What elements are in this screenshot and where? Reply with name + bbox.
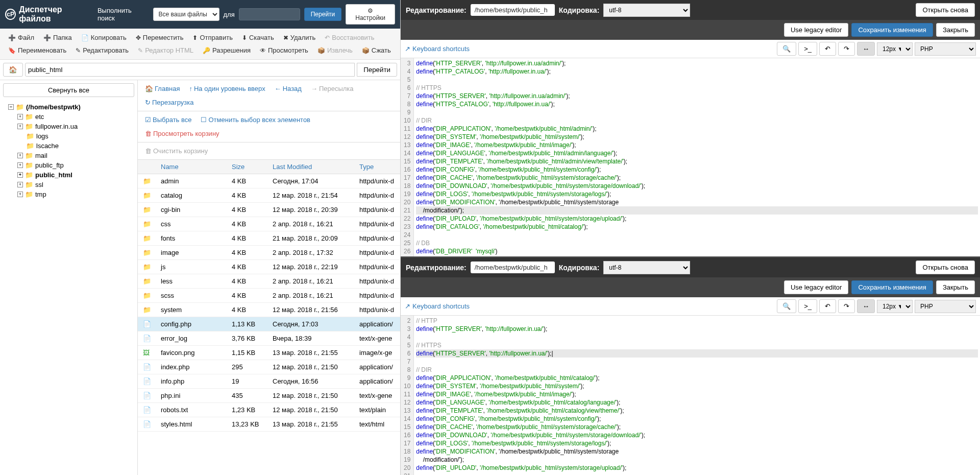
table-row[interactable]: 📄php.ini43512 мар. 2018 г., 21:50text/x-… <box>138 389 400 403</box>
search-button[interactable]: 🔍 <box>777 299 796 313</box>
search-button[interactable]: 🔍 <box>777 42 796 56</box>
deselect-all-button[interactable]: ☐Отменить выбор всех элементов <box>198 114 313 125</box>
expand-icon[interactable]: + <box>17 153 23 158</box>
table-row[interactable]: 📁js4 KB12 мар. 2018 г., 22:19httpd/unix-… <box>138 260 400 274</box>
undo-button[interactable]: ↶ <box>819 299 836 313</box>
rename-button[interactable]: 🔖Переименовать <box>4 44 70 56</box>
fontsize-select[interactable]: 12px ▼ <box>877 42 913 56</box>
language-select[interactable]: PHP <box>915 300 976 313</box>
path-home-button[interactable]: 🏠 <box>3 63 23 77</box>
terminal-button[interactable]: >_ <box>798 42 817 56</box>
table-row[interactable]: 📁system4 KB12 мар. 2018 г., 21:56httpd/u… <box>138 303 400 317</box>
save-button[interactable]: Сохранить изменения <box>851 280 933 294</box>
col-size[interactable]: Size <box>227 160 267 174</box>
search-scope-select[interactable]: Все ваши файлы <box>153 8 219 21</box>
table-row[interactable]: 📄error_log3,76 KBВчера, 18:39text/x-gene <box>138 331 400 346</box>
keyboard-shortcuts-link[interactable]: ↗Keyboard shortcuts <box>405 45 470 53</box>
path-input[interactable] <box>25 63 355 77</box>
language-select[interactable]: PHP <box>915 42 976 56</box>
tree-item-public_html[interactable]: +📁public_html <box>14 170 137 180</box>
tree-item-ssl[interactable]: +📁ssl <box>14 180 137 189</box>
table-row[interactable]: 📄info.php19Сегодня, 16:56application/ <box>138 374 400 389</box>
restore-button[interactable]: ↶Восстановить <box>321 32 378 43</box>
empty-trash-button[interactable]: 🗑Очистить корзину <box>142 146 211 156</box>
table-row[interactable]: 📁cgi-bin4 KB12 мар. 2018 г., 20:39httpd/… <box>138 203 400 217</box>
expand-icon[interactable]: + <box>17 114 23 120</box>
table-row[interactable]: 📁admin4 KBСегодня, 17:04httpd/unix-d <box>138 174 400 188</box>
search-input[interactable] <box>239 8 300 20</box>
expand-icon[interactable]: + <box>17 124 23 129</box>
table-row[interactable]: 📄config.php1,13 KBСегодня, 17:03applicat… <box>138 317 400 331</box>
encoding-select[interactable]: utf-8 <box>603 4 690 17</box>
nav-home-button[interactable]: 🏠Главная <box>142 83 183 94</box>
table-row[interactable]: 📁fonts4 KB21 мар. 2018 г., 20:09httpd/un… <box>138 231 400 246</box>
move-button[interactable]: ✥Переместить <box>132 32 188 43</box>
delete-button[interactable]: ✖Удалить <box>279 32 320 43</box>
settings-button[interactable]: Настройки <box>346 4 395 25</box>
edit-button[interactable]: ✎Редактировать <box>71 44 133 56</box>
tree-item-mail[interactable]: +📁mail <box>14 151 137 160</box>
legacy-editor-button[interactable]: Use legacy editor <box>784 23 848 37</box>
redo-button[interactable]: ↷ <box>838 42 855 56</box>
tree-item-fullpower.in.ua[interactable]: +📁fullpower.in.ua <box>14 122 137 131</box>
expand-icon[interactable]: + <box>17 192 23 197</box>
tree-item-etc[interactable]: +📁etc <box>14 112 137 122</box>
reopen-button[interactable]: Открыть снова <box>916 3 975 17</box>
expand-icon[interactable]: + <box>17 172 23 178</box>
compress-button[interactable]: 📦Сжать <box>358 44 395 56</box>
code-content[interactable]: define('HTTP_SERVER', 'http://fullpower.… <box>414 58 980 256</box>
view-button[interactable]: 👁Просмотреть <box>256 44 312 56</box>
wrap-button[interactable]: ↔ <box>857 299 875 313</box>
redo-button[interactable]: ↷ <box>838 299 855 313</box>
upload-button[interactable]: ⬆Отправить <box>188 32 236 43</box>
table-row[interactable]: 📄robots.txt1,23 KB12 мар. 2018 г., 21:50… <box>138 403 400 417</box>
legacy-editor-button[interactable]: Use legacy editor <box>784 280 848 294</box>
expand-icon[interactable]: + <box>17 162 23 168</box>
col-modified[interactable]: Last Modified <box>267 160 354 174</box>
table-row[interactable]: 📁catalog4 KB12 мар. 2018 г., 21:54httpd/… <box>138 188 400 203</box>
col-type[interactable]: Type <box>354 160 400 174</box>
fontsize-select[interactable]: 12px ▼ <box>877 300 913 313</box>
new-file-button[interactable]: ➕Файл <box>4 32 38 43</box>
close-button[interactable]: Закрыть <box>936 23 975 37</box>
extract-button[interactable]: 📦Извлечь <box>313 44 357 56</box>
reload-button[interactable]: ↻Перезагрузка <box>142 97 197 108</box>
undo-button[interactable]: ↶ <box>819 42 836 56</box>
table-row[interactable]: 📁css4 KB2 апр. 2018 г., 16:21httpd/unix-… <box>138 217 400 231</box>
collapse-icon[interactable]: − <box>8 104 14 110</box>
tree-item-logs[interactable]: 📁logs <box>14 131 137 141</box>
table-row[interactable]: 📁scss4 KB2 апр. 2018 г., 16:21httpd/unix… <box>138 289 400 303</box>
tree-item-tmp[interactable]: +📁tmp <box>14 189 137 199</box>
copy-button[interactable]: 📄Копировать <box>77 32 131 43</box>
close-button[interactable]: Закрыть <box>936 280 975 294</box>
tree-root[interactable]: − 📁 (/home/bestpwtk) <box>5 102 137 112</box>
tree-item-public_ftp[interactable]: +📁public_ftp <box>14 160 137 170</box>
keyboard-shortcuts-link[interactable]: ↗Keyboard shortcuts <box>405 302 470 310</box>
table-row[interactable]: 📁less4 KB2 апр. 2018 г., 16:21httpd/unix… <box>138 274 400 289</box>
view-trash-button[interactable]: 🗑Просмотреть корзину <box>142 128 223 139</box>
download-button[interactable]: ⬇Скачать <box>238 32 278 43</box>
table-row[interactable]: 📄styles.html13,23 KB13 мар. 2018 г., 21:… <box>138 417 400 432</box>
code-editor[interactable]: 2345678910111213141516171819202122// HTT… <box>401 316 980 475</box>
nav-up-button[interactable]: ↑На один уровень вверх <box>186 83 268 94</box>
html-editor-button[interactable]: ✎Редактор HTML <box>134 44 198 56</box>
terminal-button[interactable]: >_ <box>798 299 817 313</box>
tree-item-lscache[interactable]: 📁lscache <box>14 141 137 151</box>
nav-back-button[interactable]: ←Назад <box>272 83 305 94</box>
table-row[interactable]: 🖼favicon.png1,15 KB13 мар. 2018 г., 21:5… <box>138 346 400 360</box>
code-content[interactable]: // HTTPdefine('HTTP_SERVER', 'http://ful… <box>414 316 980 475</box>
new-folder-button[interactable]: ➕Папка <box>39 32 76 43</box>
expand-icon[interactable]: + <box>17 182 23 187</box>
save-button[interactable]: Сохранить изменения <box>851 23 933 37</box>
table-row[interactable]: 📄index.php29512 мар. 2018 г., 21:50appli… <box>138 360 400 374</box>
permissions-button[interactable]: 🔑Разрешения <box>199 44 255 56</box>
select-all-button[interactable]: ☑Выбрать все <box>142 114 194 125</box>
collapse-all-button[interactable]: Свернуть все <box>3 83 134 97</box>
table-row[interactable]: 📁image4 KB2 апр. 2018 г., 17:32httpd/uni… <box>138 246 400 260</box>
search-go-button[interactable]: Перейти <box>304 8 342 21</box>
col-name[interactable]: Name <box>156 160 227 174</box>
reopen-button[interactable]: Открыть снова <box>916 260 975 274</box>
path-go-button[interactable]: Перейти <box>357 63 397 77</box>
encoding-select[interactable]: utf-8 <box>603 261 690 274</box>
wrap-button[interactable]: ↔ <box>857 42 875 56</box>
